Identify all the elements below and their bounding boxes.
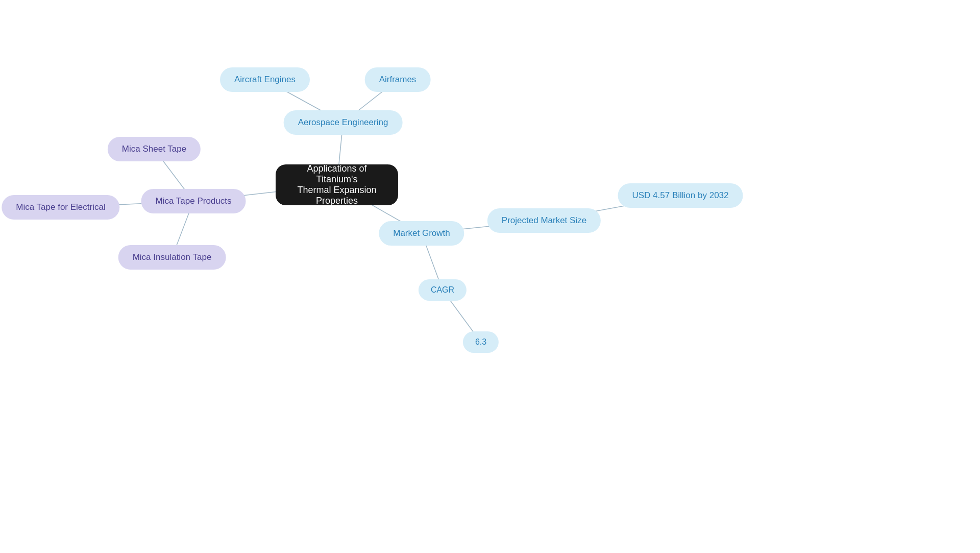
mica-tape-electrical-node[interactable]: Mica Tape for Electrical bbox=[2, 195, 119, 220]
six-three-label: 6.3 bbox=[475, 338, 486, 347]
mica-sheet-tape-node[interactable]: Mica Sheet Tape bbox=[108, 137, 201, 161]
mica-tape-products-label: Mica Tape Products bbox=[156, 196, 232, 206]
mica-sheet-tape-label: Mica Sheet Tape bbox=[122, 144, 186, 154]
aerospace-node[interactable]: Aerospace Engineering bbox=[284, 110, 403, 135]
center-label: Applications of Titanium'sThermal Expans… bbox=[286, 163, 388, 206]
mica-tape-products-node[interactable]: Mica Tape Products bbox=[141, 189, 246, 213]
usd-node[interactable]: USD 4.57 Billion by 2032 bbox=[618, 183, 743, 208]
six-three-node[interactable]: 6.3 bbox=[463, 331, 499, 353]
usd-label: USD 4.57 Billion by 2032 bbox=[632, 190, 728, 201]
projected-market-size-label: Projected Market Size bbox=[502, 215, 586, 226]
cagr-label: CAGR bbox=[431, 285, 454, 295]
mica-tape-electrical-label: Mica Tape for Electrical bbox=[16, 202, 105, 212]
airframes-node[interactable]: Airframes bbox=[365, 67, 431, 92]
cagr-node[interactable]: CAGR bbox=[419, 279, 467, 301]
center-node[interactable]: Applications of Titanium'sThermal Expans… bbox=[276, 164, 398, 205]
market-growth-label: Market Growth bbox=[393, 228, 450, 238]
market-growth-node[interactable]: Market Growth bbox=[379, 221, 464, 246]
projected-market-size-node[interactable]: Projected Market Size bbox=[487, 208, 601, 233]
aircraft-engines-label: Aircraft Engines bbox=[234, 75, 296, 85]
airframes-label: Airframes bbox=[379, 75, 416, 85]
mica-insulation-tape-node[interactable]: Mica Insulation Tape bbox=[118, 245, 226, 270]
aircraft-engines-node[interactable]: Aircraft Engines bbox=[220, 67, 310, 92]
aerospace-label: Aerospace Engineering bbox=[298, 117, 388, 128]
mica-insulation-tape-label: Mica Insulation Tape bbox=[133, 252, 212, 262]
